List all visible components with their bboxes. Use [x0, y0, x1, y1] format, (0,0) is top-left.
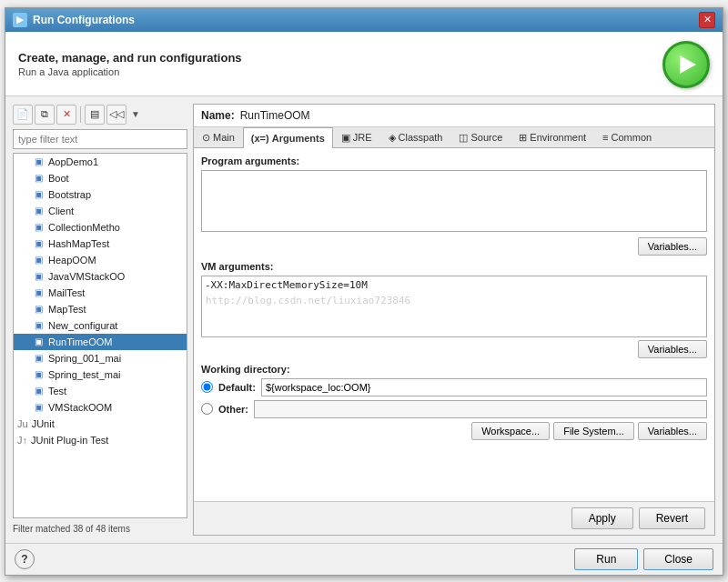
name-bar: Name: RunTimeOOM — [194, 105, 714, 127]
footer: ? Run Close — [5, 543, 723, 575]
run-configurations-window: ▶ Run Configurations ✕ Create, manage, a… — [5, 7, 723, 576]
collapse-button[interactable]: ◁◁ — [106, 105, 126, 125]
tree-item-label: HeapOOM — [48, 255, 96, 266]
vm-args-container: -XX:MaxDirectMemorySize=10M http://blog.… — [201, 276, 707, 337]
window-icon: ▶ — [13, 13, 27, 27]
app-icon: ▣ — [32, 286, 45, 299]
title-bar-left: ▶ Run Configurations — [13, 13, 135, 27]
header-subtitle: Run a Java application — [18, 66, 242, 77]
tree-item-heapoom[interactable]: ▣HeapOOM — [14, 252, 187, 268]
file-system-button[interactable]: File System... — [553, 422, 634, 440]
other-label: Other: — [218, 404, 248, 415]
tab-source[interactable]: ◫Source — [450, 127, 511, 147]
tree-item-boot[interactable]: ▣Boot — [14, 170, 187, 186]
working-dir-variables-button[interactable]: Variables... — [638, 422, 707, 440]
vm-args-variables-row: Variables... — [201, 340, 707, 358]
tree-item-new_configurat[interactable]: ▣New_configurat — [14, 317, 187, 334]
toolbar-dropdown[interactable]: ▼ — [128, 107, 143, 121]
working-dir-section: Working directory: Default: Other: Works… — [201, 364, 707, 440]
jre-tab-label: JRE — [353, 132, 372, 143]
tree-item-label: Spring_001_mai — [48, 353, 121, 364]
header-title: Create, manage, and run configurations — [18, 51, 242, 65]
window-title: Run Configurations — [33, 14, 135, 26]
program-args-variables-button[interactable]: Variables... — [638, 237, 707, 256]
group-icon: Ju — [17, 418, 28, 429]
apply-button[interactable]: Apply — [571, 507, 633, 529]
workspace-button[interactable]: Workspace... — [471, 422, 550, 440]
common-tab-label: Common — [612, 132, 652, 143]
default-radio-row: Default: — [201, 378, 707, 396]
app-icon: ▣ — [32, 385, 45, 397]
tree-item-label: MailTest — [48, 287, 85, 298]
tree-group-label: JUnit Plug-in Test — [31, 435, 108, 446]
config-tree: ▣AopDemo1▣Boot▣Bootstrap▣Client▣Collecti… — [13, 153, 187, 518]
delete-config-button[interactable]: ✕ — [56, 105, 76, 125]
tree-item-label: Spring_test_mai — [48, 369, 121, 380]
app-icon: ▣ — [32, 401, 45, 414]
content-area: 📄 ⧉ ✕ ▤ ◁◁ ▼ ▣AopDemo1▣Boot▣Bootstrap▣Cl… — [5, 96, 723, 543]
tree-item-spring_test_mai[interactable]: ▣Spring_test_mai — [14, 366, 187, 383]
tree-item-maptest[interactable]: ▣MapTest — [14, 301, 187, 317]
tree-item-mailtest[interactable]: ▣MailTest — [14, 285, 187, 301]
name-value: RunTimeOOM — [240, 109, 310, 122]
tabs-bar: ⊙Main(x=)Arguments▣JRE◈Classpath◫Source⊞… — [194, 127, 714, 148]
filter-config-button[interactable]: ▤ — [85, 105, 105, 125]
title-bar: ▶ Run Configurations ✕ — [5, 8, 723, 32]
run-footer-button[interactable]: Run — [574, 548, 638, 570]
duplicate-config-button[interactable]: ⧉ — [35, 105, 55, 125]
tree-group-junit[interactable]: JuJUnit — [14, 416, 187, 432]
tree-item-label: RunTimeOOM — [48, 336, 113, 347]
tree-item-spring_001_mai[interactable]: ▣Spring_001_mai — [14, 350, 187, 366]
right-panel: Name: RunTimeOOM ⊙Main(x=)Arguments▣JRE◈… — [193, 104, 715, 536]
tree-item-label: JavaVMStackOO — [48, 271, 125, 282]
source-tab-label: Source — [470, 132, 502, 143]
app-icon: ▣ — [32, 205, 45, 217]
close-button[interactable]: ✕ — [699, 12, 715, 28]
tree-item-label: Boot — [48, 173, 69, 184]
new-config-button[interactable]: 📄 — [13, 105, 33, 125]
vm-args-variables-button[interactable]: Variables... — [638, 340, 707, 358]
close-footer-button[interactable]: Close — [643, 548, 713, 570]
tree-group-junitplug-intest[interactable]: J↑JUnit Plug-in Test — [14, 432, 187, 448]
tab-arguments[interactable]: (x=)Arguments — [243, 127, 333, 148]
other-radio[interactable] — [201, 403, 213, 415]
help-button[interactable]: ? — [15, 549, 35, 569]
common-tab-icon: ≡ — [602, 132, 608, 143]
tree-item-label: New_configurat — [48, 320, 117, 331]
run-triangle-icon — [680, 55, 696, 74]
tab-common[interactable]: ≡Common — [594, 127, 660, 147]
tree-item-bootstrap[interactable]: ▣Bootstrap — [14, 186, 187, 203]
tree-item-collectionmetho[interactable]: ▣CollectionMetho — [14, 219, 187, 236]
left-panel: 📄 ⧉ ✕ ▤ ◁◁ ▼ ▣AopDemo1▣Boot▣Bootstrap▣Cl… — [13, 104, 187, 536]
tree-item-runtimeoom[interactable]: ▣RunTimeOOM — [14, 334, 187, 350]
jre-tab-icon: ▣ — [341, 132, 350, 144]
other-radio-row: Other: — [201, 400, 707, 418]
left-toolbar: 📄 ⧉ ✕ ▤ ◁◁ ▼ — [13, 104, 187, 125]
app-icon: ▣ — [32, 336, 45, 348]
tree-item-hashmaptest[interactable]: ▣HashMapTest — [14, 236, 187, 252]
filter-input[interactable] — [13, 129, 187, 149]
run-button[interactable] — [662, 41, 710, 88]
main-tab-icon: ⊙ — [202, 132, 210, 144]
other-dir-input[interactable] — [254, 400, 707, 418]
tree-item-aopdemo1[interactable]: ▣AopDemo1 — [14, 154, 187, 170]
default-dir-input[interactable] — [261, 378, 707, 396]
default-radio[interactable] — [201, 381, 213, 393]
tab-environment[interactable]: ⊞Environment — [511, 127, 594, 147]
tree-item-vmstackoom[interactable]: ▣VMStackOOM — [14, 399, 187, 416]
app-icon: ▣ — [32, 270, 45, 283]
tree-item-label: Test — [48, 386, 66, 396]
tree-item-client[interactable]: ▣Client — [14, 203, 187, 219]
tree-item-label: HashMapTest — [48, 238, 109, 249]
tree-item-test[interactable]: ▣Test — [14, 383, 187, 399]
app-icon: ▣ — [32, 352, 45, 365]
tree-item-javavmstackoo[interactable]: ▣JavaVMStackOO — [14, 268, 187, 285]
tab-classpath[interactable]: ◈Classpath — [380, 127, 451, 147]
program-args-input[interactable] — [201, 170, 707, 232]
app-icon: ▣ — [32, 156, 45, 168]
tab-jre[interactable]: ▣JRE — [333, 127, 380, 147]
app-icon: ▣ — [32, 319, 45, 332]
default-label: Default: — [218, 382, 256, 393]
revert-button[interactable]: Revert — [639, 507, 705, 529]
tab-main[interactable]: ⊙Main — [194, 127, 243, 147]
